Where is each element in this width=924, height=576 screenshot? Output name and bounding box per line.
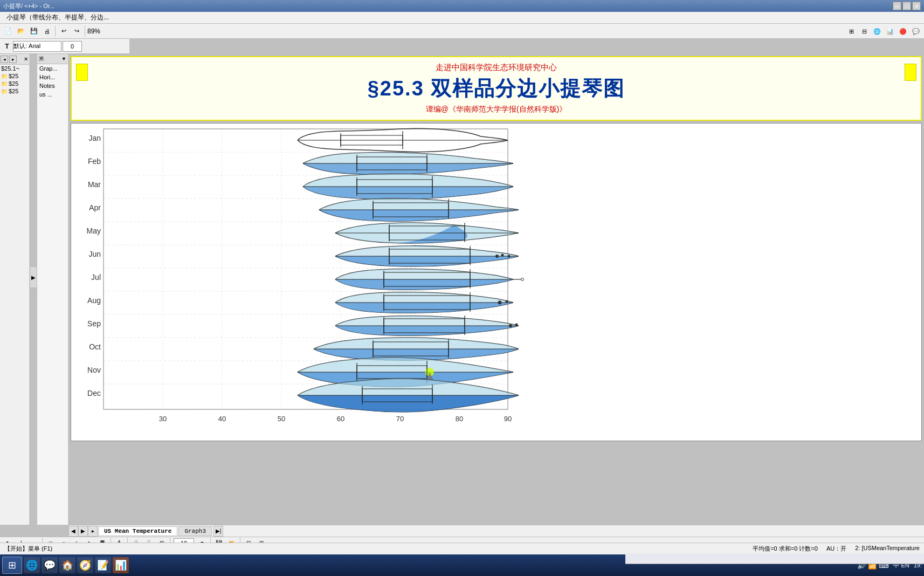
svg-text:Feb: Feb [88, 157, 101, 166]
folder-icon-3: 📁 [1, 81, 8, 87]
svg-text:Nov: Nov [87, 366, 101, 374]
status-info: 2: [USMeanTemperature [855, 545, 920, 553]
tr-icon6[interactable]: 💬 [910, 25, 922, 37]
main-content-area: 走进中国科学院生态环境研究中心 §25.3 双样品分边小提琴图 谭编@《华南师范… [68, 54, 924, 525]
tr-icon3[interactable]: 🌐 [871, 25, 883, 37]
svg-point-71 [521, 278, 524, 281]
violin-chart-svg: Jan Feb Mar Apr May Jun Jul Aug Sep Oct … [71, 124, 535, 431]
svg-text:Mar: Mar [88, 180, 101, 189]
tr-icon2[interactable]: ⊟ [858, 25, 870, 37]
sheet-tab-graph3[interactable]: Graph3 [178, 526, 212, 536]
svg-point-82 [509, 324, 512, 327]
collapse-left-btn[interactable]: ▶ [30, 266, 37, 288]
svg-text:30: 30 [159, 415, 167, 423]
start-btn[interactable]: ⊞ [2, 557, 22, 574]
folder-icon-4: 📁 [1, 88, 8, 94]
taskbar-browser-icon[interactable]: 🌐 [24, 557, 40, 573]
font-select[interactable] [13, 41, 61, 52]
panel-tabs-row: ◂ ▸ ✕ [0, 54, 29, 65]
svg-text:70: 70 [396, 415, 404, 423]
save-icon[interactable]: 💾 [28, 25, 40, 37]
tree-item-1[interactable]: $25.1~ [0, 65, 29, 72]
inner-header: 米 ▼ [37, 54, 68, 64]
print-icon[interactable]: 🖨 [41, 25, 53, 37]
doc-subtitle: 走进中国科学院生态环境研究中心 [93, 63, 899, 73]
status-avg: 平均值=0 求和=0 计数=0 [753, 545, 818, 553]
toolbar-row1: 📄 📂 💾 🖨 ↩ ↪ 89% ⊞ ⊟ 🌐 📊 🔴 💬 [0, 24, 924, 39]
svg-text:Oct: Oct [89, 342, 101, 351]
tab-bar: ◀ ▶ ▸ US Mean Temperature Graph3 ▶| [68, 525, 924, 537]
tr-icon4[interactable]: 📊 [884, 25, 896, 37]
prop-item-graph[interactable]: Grap... [37, 64, 68, 73]
tree-item-2[interactable]: 📁 $25 [0, 72, 29, 80]
svg-point-65 [508, 255, 511, 258]
doc-title: §25.3 双样品分边小提琴图 [93, 75, 899, 102]
svg-text:40: 40 [218, 415, 226, 423]
svg-text:Sep: Sep [87, 319, 101, 328]
svg-text:Apr: Apr [89, 203, 101, 212]
status-bar: 【开始】菜单 (F1) 平均值=0 求和=0 计数=0 AU：开 2: [USM… [0, 543, 924, 554]
taskbar-chat-icon[interactable]: 💬 [42, 557, 58, 573]
inner-left-panel: 米 ▼ Grap... Hori... Notes us ... [37, 54, 68, 525]
open-icon[interactable]: 📂 [15, 25, 27, 37]
undo-icon[interactable]: ↩ [58, 25, 70, 37]
svg-text:80: 80 [456, 415, 463, 423]
svg-text:Jul: Jul [91, 273, 101, 282]
new-icon[interactable]: 📄 [2, 25, 14, 37]
prop-item-us[interactable]: us ... [37, 90, 68, 99]
taskbar-app-icon[interactable]: 📊 [113, 557, 129, 573]
app-title: 小提琴/ <+4> - Or... [3, 2, 54, 10]
yellow-marker-left [76, 64, 88, 81]
svg-text:90: 90 [504, 415, 512, 423]
sheet-tab-arrow[interactable]: ▸ [88, 526, 98, 537]
yellow-marker-right [905, 64, 916, 81]
status-au: AU：开 [826, 545, 846, 553]
svg-point-63 [495, 255, 499, 258]
sheet-tab-us[interactable]: US Mean Temperature [98, 526, 177, 536]
panel-close[interactable]: ✕ [24, 56, 28, 62]
app-title-bar: 小提琴/ <+4> - Or... — □ ✕ [0, 0, 924, 12]
toolbar-right-area: ⊞ ⊟ 🌐 📊 🔴 💬 [845, 25, 922, 37]
panel-tab-a[interactable]: ◂ [1, 56, 8, 63]
tr-icon5[interactable]: 🔴 [897, 25, 909, 37]
tree-item-4[interactable]: 📁 $25 [0, 87, 29, 95]
inner-header-arrow: ▼ [61, 56, 66, 61]
size-select[interactable] [63, 41, 82, 52]
folder-icon-2: 📁 [1, 73, 8, 79]
svg-text:Jan: Jan [88, 134, 101, 142]
svg-point-64 [501, 254, 504, 257]
svg-point-77 [506, 300, 508, 303]
chart-container: — Jan — Feb — Mar — Apr — May — Jun — Ju… [71, 123, 922, 441]
scroll-right-btn[interactable]: ▶ [78, 526, 88, 537]
tree-item-1-label: $25.1~ [1, 65, 19, 72]
left-panel: ◂ ▸ ✕ $25.1~ 📁 $25 📁 $25 📁 $25 [0, 54, 30, 525]
taskbar-word-icon[interactable]: 📝 [95, 557, 111, 573]
tree-item-3-label: $25 [9, 80, 18, 87]
tr-icon1[interactable]: ⊞ [845, 25, 857, 37]
prop-item-hori[interactable]: Hori... [37, 73, 68, 81]
close-btn[interactable]: ✕ [912, 2, 921, 10]
zoom-display: 89% [87, 28, 100, 35]
maximize-btn[interactable]: □ [902, 2, 911, 10]
tree-item-2-label: $25 [9, 73, 18, 79]
scroll-left-btn[interactable]: ◀ [68, 526, 78, 537]
toolbar-row2: T [0, 39, 129, 54]
taskbar-home-icon[interactable]: 🏠 [59, 557, 75, 573]
taskbar-nav-icon[interactable]: 🧭 [77, 557, 93, 573]
tree-item-3[interactable]: 📁 $25 [0, 80, 29, 87]
document-header: 走进中国科学院生态环境研究中心 §25.3 双样品分边小提琴图 谭编@《华南师范… [71, 56, 922, 121]
svg-text:May: May [87, 227, 101, 235]
sep1 [55, 26, 56, 37]
panel-tab-b[interactable]: ▸ [9, 56, 17, 63]
prop-item-notes[interactable]: Notes [37, 81, 68, 90]
svg-text:60: 60 [337, 415, 344, 423]
redo-icon[interactable]: ↪ [71, 25, 82, 37]
menu-file[interactable]: 小提琴（带线分布、半提琴、分边... [2, 12, 113, 23]
scroll-end-btn[interactable]: ▶| [213, 526, 223, 537]
inner-header-label: 米 [39, 55, 44, 63]
svg-point-76 [498, 301, 502, 305]
text-tool-icon[interactable]: T [2, 42, 12, 50]
minimize-btn[interactable]: — [893, 2, 901, 10]
svg-text:Jun: Jun [88, 250, 101, 258]
status-stats: 平均值=0 求和=0 计数=0 AU：开 2: [USMeanTemperatu… [753, 545, 920, 553]
